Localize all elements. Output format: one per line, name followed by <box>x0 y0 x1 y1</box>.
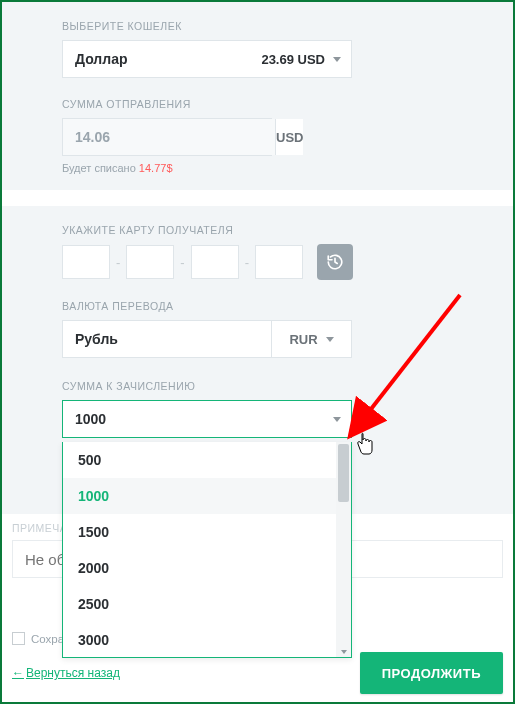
credit-option[interactable]: 2500 <box>63 586 351 622</box>
transfer-currency-name: Рубль <box>63 321 271 357</box>
wallet-label: ВЫБЕРИТЕ КОШЕЛЕК <box>62 20 453 32</box>
credit-option[interactable]: 1500 <box>63 514 351 550</box>
save-template-checkbox[interactable] <box>12 632 25 645</box>
transfer-currency-select[interactable]: Рубль RUR <box>62 320 352 358</box>
send-amount-input[interactable] <box>63 119 275 155</box>
send-amount-field[interactable]: USD <box>62 118 272 156</box>
scroll-down-icon[interactable] <box>341 650 347 654</box>
credit-amount-dropdown[interactable]: 50010001500200025003000 <box>62 442 352 658</box>
card-part-1[interactable] <box>62 245 110 279</box>
transfer-currency-label: ВАЛЮТА ПЕРЕВОДА <box>62 300 453 312</box>
wallet-balance: 23.69 USD <box>261 52 325 67</box>
card-part-3[interactable] <box>191 245 239 279</box>
send-debit-hint: Будет списано 14.77$ <box>62 162 453 174</box>
history-icon <box>326 253 344 271</box>
credit-option[interactable]: 3000 <box>63 622 351 657</box>
credit-option[interactable]: 2000 <box>63 550 351 586</box>
card-part-2[interactable] <box>126 245 174 279</box>
scrollbar-thumb[interactable] <box>338 444 349 502</box>
send-amount-currency: USD <box>275 119 303 155</box>
wallet-select[interactable]: Доллар 23.69 USD <box>62 40 352 78</box>
chevron-down-icon <box>333 417 341 422</box>
credit-amount-label: СУММА К ЗАЧИСЛЕНИЮ <box>62 380 453 392</box>
back-link[interactable]: ←Вернуться назад <box>12 666 120 680</box>
wallet-name: Доллар <box>75 51 127 67</box>
recipient-card-label: УКАЖИТЕ КАРТУ ПОЛУЧАТЕЛЯ <box>62 224 453 236</box>
chevron-down-icon <box>333 57 341 62</box>
transfer-currency-code: RUR <box>289 332 317 347</box>
arrow-left-icon: ← <box>12 666 24 680</box>
credit-amount-value: 1000 <box>75 411 106 427</box>
credit-option[interactable]: 500 <box>63 442 351 478</box>
send-amount-label: СУММА ОТПРАВЛЕНИЯ <box>62 98 453 110</box>
credit-amount-select[interactable]: 1000 <box>62 400 352 438</box>
continue-button[interactable]: ПРОДОЛЖИТЬ <box>360 652 503 694</box>
dash-icon: - <box>180 255 184 270</box>
scrollbar[interactable] <box>336 442 351 657</box>
save-template-label: Сохра <box>31 633 64 645</box>
dash-icon: - <box>116 255 120 270</box>
chevron-down-icon <box>326 337 334 342</box>
card-history-button[interactable] <box>317 244 353 280</box>
card-part-4[interactable] <box>255 245 303 279</box>
credit-option[interactable]: 1000 <box>63 478 351 514</box>
dash-icon: - <box>245 255 249 270</box>
